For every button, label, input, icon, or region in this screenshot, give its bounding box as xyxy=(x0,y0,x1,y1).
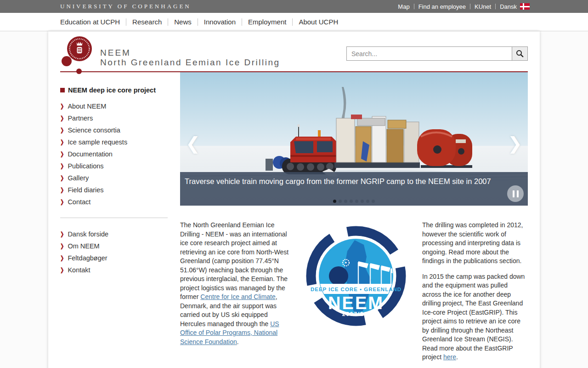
carousel-next-button[interactable]: ❯ xyxy=(506,133,524,154)
primary-navigation: Education at UCPH Research News Innovati… xyxy=(0,13,588,31)
page-container: NEEM North Greenland Eemian Ice Drilling… xyxy=(48,31,540,368)
sidebar-item-kontakt[interactable]: ❯Kontakt xyxy=(60,264,180,276)
svg-text:NEEM: NEEM xyxy=(328,293,384,313)
search-icon xyxy=(516,50,524,58)
nav-employment[interactable]: Employment xyxy=(248,18,286,26)
separator xyxy=(470,4,470,9)
sidebar-item-contact[interactable]: ❯Contact xyxy=(60,196,180,208)
carousel-caption: Traverse vehicle train moving cargo from… xyxy=(180,172,528,187)
separator xyxy=(242,18,242,26)
chevron-right-icon: ❯ xyxy=(60,104,64,109)
danish-flag-icon[interactable] xyxy=(520,3,530,10)
hero-carousel: ❮ ❯ Traverse vehicle train moving cargo … xyxy=(180,72,528,206)
link-centre-for-ice-and-climate[interactable]: Centre for Ice and Climate xyxy=(200,293,275,300)
separator xyxy=(126,18,126,26)
topbar-link-map[interactable]: Map xyxy=(398,3,409,10)
chevron-right-icon: ❯ xyxy=(60,187,64,193)
sidebar-item-science-consortia[interactable]: ❯Science consortia xyxy=(60,124,180,136)
sidebar-item-ice-sample-requests[interactable]: ❯Ice sample requests xyxy=(60,136,180,148)
nav-news[interactable]: News xyxy=(174,18,192,26)
svg-text:2007/2012: 2007/2012 xyxy=(342,311,376,317)
nav-education[interactable]: Education at UCPH xyxy=(60,18,120,26)
carousel-dot-1[interactable] xyxy=(333,200,336,203)
main-content: ❮ ❯ Traverse vehicle train moving cargo … xyxy=(180,72,528,368)
carousel-dot-7[interactable] xyxy=(366,200,369,203)
carousel-dot-8[interactable] xyxy=(372,200,375,203)
nav-about-ucph[interactable]: About UCPH xyxy=(299,18,338,26)
separator xyxy=(168,18,168,26)
separator xyxy=(495,4,496,9)
topbar-link-dansk[interactable]: Dansk xyxy=(500,3,517,10)
topbar-link-find-employee[interactable]: Find an employee xyxy=(418,3,466,10)
ucph-logo[interactable] xyxy=(60,31,106,77)
sidebar-divider xyxy=(60,218,168,218)
status-column: The drilling was completed in 2012, howe… xyxy=(422,221,528,362)
top-utility-bar: UNIVERSITY OF COPENHAGEN Map Find an emp… xyxy=(0,0,588,13)
carousel-prev-button[interactable]: ❮ xyxy=(184,133,202,154)
sidebar-section-title[interactable]: NEEM deep ice core project xyxy=(60,86,180,94)
sidebar-item-documentation[interactable]: ❯Documentation xyxy=(60,148,180,160)
sidebar-menu: ❯About NEEM ❯Partners ❯Science consortia… xyxy=(60,100,180,208)
left-sidebar: NEEM deep ice core project ❯About NEEM ❯… xyxy=(60,72,180,368)
site-subtitle[interactable]: North Greenland Eemian Ice Drilling xyxy=(100,58,280,67)
brand-red-rule xyxy=(60,71,528,72)
separator xyxy=(198,18,198,26)
sidebar-item-partners[interactable]: ❯Partners xyxy=(60,112,180,124)
carousel-caption-bar: Traverse vehicle train moving cargo from… xyxy=(180,172,528,206)
svg-text:DEEP ICE CORE • GREENLAND: DEEP ICE CORE • GREENLAND xyxy=(311,287,401,292)
carousel-dots xyxy=(180,200,528,203)
nav-innovation[interactable]: Innovation xyxy=(204,18,236,26)
carousel-dot-2[interactable] xyxy=(339,200,342,203)
logo-dot-small xyxy=(76,69,82,74)
chevron-right-icon: ❯ xyxy=(60,199,64,205)
neem-badge-icon: DEEP ICE CORE • GREENLAND NEEM 2007/2012 xyxy=(303,221,409,327)
eastgrip-paragraph: In 2015 the camp was packed down and the… xyxy=(422,272,528,362)
chevron-right-icon: ❯ xyxy=(60,267,64,273)
separator xyxy=(292,18,293,26)
site-header: NEEM North Greenland Eemian Ice Drilling xyxy=(60,31,528,71)
sidebar-item-about-neem[interactable]: ❯About NEEM xyxy=(60,100,180,112)
pause-icon xyxy=(513,190,519,197)
sidebar-item-publications[interactable]: ❯Publications xyxy=(60,160,180,172)
separator xyxy=(414,4,414,9)
university-wordmark: UNIVERSITY OF COPENHAGEN xyxy=(60,3,191,10)
chevron-right-icon: ❯ xyxy=(60,163,64,169)
chevron-right-icon: ❯ xyxy=(60,151,64,157)
sidebar-item-om-neem[interactable]: ❯Om NEEM xyxy=(60,240,180,252)
search-form xyxy=(346,46,528,61)
chevron-right-icon: ❯ xyxy=(60,127,64,133)
carousel-dot-6[interactable] xyxy=(361,200,364,203)
chevron-right-icon: ❯ xyxy=(60,255,64,261)
nav-research[interactable]: Research xyxy=(132,18,162,26)
carousel-dot-4[interactable] xyxy=(350,200,353,203)
sidebar-item-feltdagboger[interactable]: ❯Feltdagbøger xyxy=(60,252,180,264)
carousel-pause-button[interactable] xyxy=(507,185,524,202)
sidebar-item-gallery[interactable]: ❯Gallery xyxy=(60,172,180,184)
site-title[interactable]: NEEM xyxy=(100,48,280,58)
neem-project-logo: DEEP ICE CORE • GREENLAND NEEM 2007/2012 xyxy=(303,221,409,362)
intro-column: The North Greenland Eemian Ice Drilling … xyxy=(180,221,292,362)
topbar-link-kunet[interactable]: KUnet xyxy=(475,3,491,10)
carousel-dot-3[interactable] xyxy=(344,200,347,203)
chevron-right-icon: ❯ xyxy=(60,175,64,181)
drilling-status-paragraph: The drilling was completed in 2012, howe… xyxy=(422,221,528,266)
chevron-right-icon: ❯ xyxy=(60,139,64,145)
sidebar-menu-danish: ❯Dansk forside ❯Om NEEM ❯Feltdagbøger ❯K… xyxy=(60,228,180,276)
search-button[interactable] xyxy=(512,46,528,61)
chevron-right-icon: ❯ xyxy=(60,231,64,237)
logo-dot-large xyxy=(62,56,72,66)
square-bullet-icon xyxy=(60,88,65,92)
sidebar-item-field-diaries[interactable]: ❯Field diaries xyxy=(60,184,180,196)
intro-text: The North Greenland Eemian Ice Drilling … xyxy=(180,221,288,300)
link-eastgrip-here[interactable]: here xyxy=(443,353,456,361)
search-input[interactable] xyxy=(346,46,512,61)
chevron-right-icon: ❯ xyxy=(60,115,64,121)
chevron-right-icon: ❯ xyxy=(60,243,64,249)
carousel-dot-5[interactable] xyxy=(355,200,358,203)
sidebar-item-dansk-forside[interactable]: ❯Dansk forside xyxy=(60,228,180,240)
